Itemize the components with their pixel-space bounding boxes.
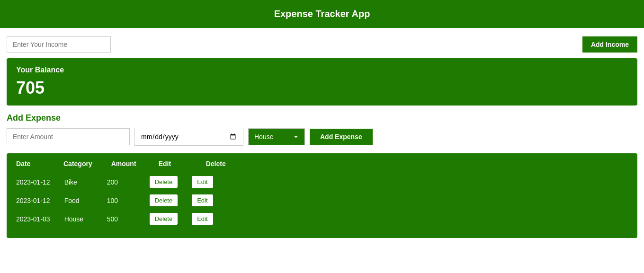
row-3-category: House xyxy=(64,215,93,223)
table-row: 2023-01-12 Food 100 Delete Edit xyxy=(16,194,628,206)
amount-input[interactable] xyxy=(7,128,130,145)
row-1-amount: 200 xyxy=(107,178,135,186)
col-header-date: Date xyxy=(16,160,45,167)
category-select[interactable]: House Food Bike Transport Entertainment … xyxy=(248,128,305,145)
row-1-date: 2023-01-12 xyxy=(16,178,50,186)
row-1-delete-button[interactable]: Delete xyxy=(150,176,178,188)
row-2-edit-button[interactable]: Edit xyxy=(192,194,213,206)
row-2-delete-button[interactable]: Delete xyxy=(150,194,178,206)
add-expense-section: Add Expense House Food Bike Transport En… xyxy=(0,110,644,150)
add-expense-title: Add Expense xyxy=(7,113,637,123)
add-income-button[interactable]: Add Income xyxy=(582,36,637,53)
col-header-category: Category xyxy=(63,160,92,167)
row-2-date: 2023-01-12 xyxy=(16,197,50,204)
row-1-category: Bike xyxy=(64,178,93,186)
table-row: 2023-01-03 House 500 Delete Edit xyxy=(16,213,628,225)
row-3-amount: 500 xyxy=(107,215,135,223)
row-3-edit-button[interactable]: Edit xyxy=(192,213,213,225)
row-3-date: 2023-01-03 xyxy=(16,215,50,223)
table-row: 2023-01-12 Bike 200 Delete Edit xyxy=(16,176,628,188)
col-header-amount: Amount xyxy=(111,160,140,167)
row-2-category: Food xyxy=(64,197,93,204)
income-row: Add Income xyxy=(0,33,644,56)
balance-label: Your Balance xyxy=(16,66,628,74)
row-2-amount: 100 xyxy=(107,197,135,204)
row-3-delete-button[interactable]: Delete xyxy=(150,213,178,225)
income-input[interactable] xyxy=(7,36,111,53)
col-header-edit: Edit xyxy=(159,160,187,167)
expense-table: Date Category Amount Edit Delete 2023-01… xyxy=(7,153,637,238)
col-header-delete: Delete xyxy=(206,160,234,167)
app-header: Expense Tracker App xyxy=(0,0,644,28)
expense-form: House Food Bike Transport Entertainment … xyxy=(7,128,637,146)
balance-value: 705 xyxy=(16,78,628,98)
balance-section: Your Balance 705 xyxy=(7,58,637,106)
add-expense-button[interactable]: Add Expense xyxy=(310,129,373,145)
header-title: Expense Tracker App xyxy=(274,9,370,19)
table-header: Date Category Amount Edit Delete xyxy=(16,160,628,169)
row-1-edit-button[interactable]: Edit xyxy=(192,176,213,188)
date-input[interactable] xyxy=(134,128,243,146)
